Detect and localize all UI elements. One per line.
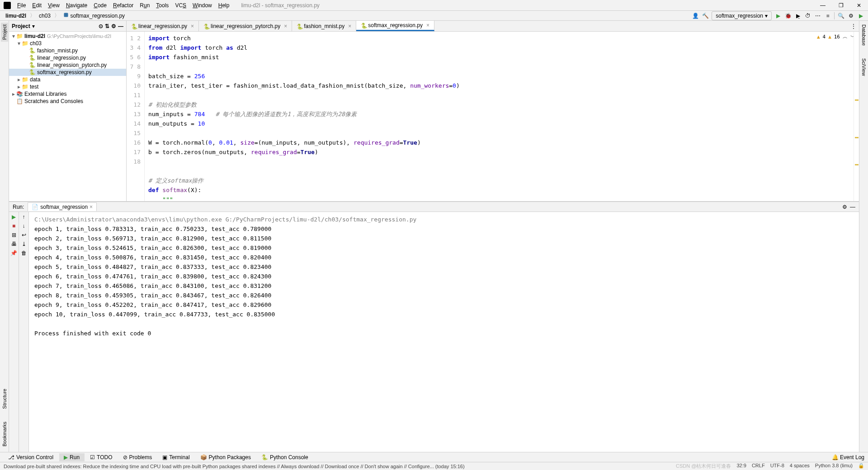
breadcrumb-sep: 〉 bbox=[30, 12, 35, 19]
menu-tools[interactable]: Tools bbox=[153, 1, 171, 9]
build-icon[interactable]: 🔨 bbox=[702, 12, 709, 19]
settings-icon[interactable]: ⚙ bbox=[842, 204, 847, 210]
hide-icon[interactable]: — bbox=[850, 204, 855, 210]
tree-folder-test[interactable]: ▸📁test bbox=[9, 83, 126, 90]
inspection-widget[interactable]: ▲4 ▲16 ︿ ﹀ bbox=[817, 33, 855, 40]
external-libraries[interactable]: ▸📚External Libraries bbox=[9, 90, 126, 98]
menu-code[interactable]: Code bbox=[91, 1, 109, 9]
search-everywhere-icon[interactable]: 🔍 bbox=[837, 12, 844, 19]
breadcrumb-item[interactable]: limu-d2l bbox=[4, 12, 28, 19]
user-icon[interactable]: 👤 bbox=[692, 12, 699, 19]
menu-help[interactable]: Help bbox=[216, 1, 232, 9]
up-button[interactable]: ↑ bbox=[23, 214, 25, 220]
debug-button[interactable]: 🐞 bbox=[784, 12, 792, 19]
lock-icon[interactable]: 🔒 bbox=[858, 463, 864, 470]
print-icon[interactable]: 🖶 bbox=[11, 241, 17, 247]
run-config-label: softmax_regression bbox=[716, 13, 763, 19]
layout-icon[interactable]: ⊞ bbox=[12, 232, 16, 238]
minimize-button[interactable]: — bbox=[814, 0, 832, 11]
close-button[interactable]: ✕ bbox=[850, 0, 868, 11]
coverage-run-button[interactable]: ▶̤ bbox=[794, 12, 802, 19]
stop-button[interactable]: ■ bbox=[824, 12, 831, 19]
status-message[interactable]: Download pre-built shared indexes: Reduc… bbox=[4, 464, 465, 469]
menu-navigate[interactable]: Navigate bbox=[63, 1, 90, 9]
breadcrumb-item[interactable]: ch03 bbox=[37, 12, 52, 19]
menu-refactor[interactable]: Refactor bbox=[110, 1, 136, 9]
editor-tab[interactable]: 🐍linear_regression_pytorch.py× bbox=[199, 21, 292, 31]
window-title: limu-d2l - softmax_regression.py bbox=[241, 2, 319, 9]
sciview-tool-tab[interactable]: SciView bbox=[860, 56, 868, 78]
tree-file[interactable]: 🐍linear_regression_pytorch.py bbox=[9, 61, 126, 69]
execute-icon[interactable]: ▶ bbox=[857, 12, 864, 19]
tree-folder-ch03[interactable]: ▾📁 ch03 bbox=[9, 40, 126, 47]
profile-button[interactable]: ⏱ bbox=[804, 12, 811, 19]
editor-tab-active[interactable]: 🐍softmax_regression.py× bbox=[356, 21, 434, 31]
close-tab-icon[interactable]: × bbox=[348, 23, 351, 29]
python-packages-tab[interactable]: 📦 Python Packages bbox=[196, 453, 256, 461]
menu-run[interactable]: Run bbox=[137, 1, 152, 9]
caret-position[interactable]: 32:9 bbox=[736, 463, 746, 470]
editor-tab[interactable]: 🐍linear_regression.py× bbox=[127, 21, 199, 31]
close-tab-icon[interactable]: × bbox=[426, 22, 429, 28]
run-config-tab[interactable]: 📄 softmax_regression × bbox=[28, 202, 97, 211]
terminal-tab[interactable]: ▣ Terminal bbox=[158, 453, 194, 461]
code-editor[interactable]: 1 2 3 4 5 6 7 8 9 10 11 12 13 14 15 16 1… bbox=[127, 32, 859, 201]
bookmarks-tool-tab[interactable]: Bookmarks bbox=[1, 420, 8, 448]
menu-vcs[interactable]: VCS bbox=[172, 1, 189, 9]
settings-icon[interactable]: ⚙ bbox=[847, 12, 854, 19]
file-encoding[interactable]: UTF-8 bbox=[770, 463, 784, 470]
structure-tool-tab[interactable]: Structure bbox=[1, 387, 8, 411]
close-tab-icon[interactable]: × bbox=[284, 23, 287, 29]
error-stripe[interactable] bbox=[854, 32, 859, 201]
watermark-text: CSDN @枯木何日可逢春 bbox=[676, 463, 731, 470]
menu-window[interactable]: Window bbox=[190, 1, 215, 9]
rerun-button[interactable]: ▶ bbox=[12, 214, 16, 220]
menu-edit[interactable]: Edit bbox=[29, 1, 44, 9]
run-more-button[interactable]: ⋯ bbox=[814, 12, 821, 19]
tree-folder-data[interactable]: ▸📁data bbox=[9, 76, 126, 83]
close-tab-icon[interactable]: × bbox=[191, 23, 194, 29]
project-tool-tab[interactable]: Project bbox=[1, 23, 8, 42]
event-log-tab[interactable]: 🔔 Event Log bbox=[832, 454, 864, 461]
run-console-output[interactable]: C:\Users\Administrator\anaconda3\envs\li… bbox=[29, 212, 859, 452]
menu-view[interactable]: View bbox=[45, 1, 62, 9]
todo-tab[interactable]: ☑ TODO bbox=[85, 453, 117, 461]
close-icon[interactable]: × bbox=[90, 204, 93, 210]
python-console-tab[interactable]: 🐍 Python Console bbox=[257, 453, 313, 461]
run-tool-window: Run: 📄 softmax_regression × ⚙ — ▶ ■ ⊞ 🖶 bbox=[9, 202, 859, 452]
run-tab[interactable]: ▶ Run bbox=[59, 453, 85, 461]
line-separator[interactable]: CRLF bbox=[752, 463, 765, 470]
python-interpreter[interactable]: Python 3.8 (limu) bbox=[815, 463, 853, 470]
run-configuration-selector[interactable]: softmax_regression ▾ bbox=[712, 11, 772, 20]
code-content[interactable]: import torch from d2l import torch as d2… bbox=[145, 32, 854, 201]
run-title: Run: bbox=[13, 204, 24, 210]
version-control-tab[interactable]: ⎇ Version Control bbox=[4, 453, 58, 461]
chevron-up-icon[interactable]: ︿ bbox=[843, 33, 848, 40]
run-button[interactable]: ▶ bbox=[774, 12, 782, 19]
hide-icon[interactable]: — bbox=[118, 23, 123, 29]
database-tool-tab[interactable]: Database bbox=[860, 23, 868, 47]
settings-icon[interactable]: ⚙ bbox=[111, 23, 116, 29]
tree-file[interactable]: 🐍linear_regression.py bbox=[9, 54, 126, 61]
pin-icon[interactable]: 📌 bbox=[10, 250, 17, 256]
editor-tab[interactable]: 🐍fashion_mnist.py× bbox=[292, 21, 356, 31]
menu-file[interactable]: File bbox=[14, 1, 28, 9]
soft-wrap-icon[interactable]: ↩ bbox=[22, 232, 26, 238]
scratches-consoles[interactable]: 📋Scratches and Consoles bbox=[9, 98, 126, 105]
clear-icon[interactable]: 🗑 bbox=[21, 250, 27, 256]
chevron-down-icon[interactable]: ▾ bbox=[32, 23, 35, 29]
navigation-bar: limu-d2l 〉 ch03 〉 softmax_regression.py … bbox=[0, 11, 868, 21]
tree-file[interactable]: 🐍fashion_mnist.py bbox=[9, 47, 126, 54]
tab-menu-icon[interactable]: ⋮ bbox=[851, 23, 856, 29]
select-opened-file-icon[interactable]: ⊙ bbox=[99, 23, 103, 29]
project-root[interactable]: ▾ 📁 limu-d2l G:\PyCharmProjects\limu-d2l bbox=[9, 33, 126, 40]
expand-all-icon[interactable]: ⇅ bbox=[105, 23, 109, 29]
maximize-button[interactable]: ❐ bbox=[832, 0, 850, 11]
problems-tab[interactable]: ⊘ Problems bbox=[118, 453, 157, 461]
breadcrumb-item[interactable]: softmax_regression.py bbox=[61, 12, 127, 19]
stop-button[interactable]: ■ bbox=[12, 223, 15, 229]
indent-info[interactable]: 4 spaces bbox=[790, 463, 810, 470]
tree-file-active[interactable]: 🐍softmax_regression.py bbox=[9, 69, 126, 76]
down-button[interactable]: ↓ bbox=[23, 223, 25, 229]
scroll-end-icon[interactable]: ⤓ bbox=[22, 241, 26, 247]
